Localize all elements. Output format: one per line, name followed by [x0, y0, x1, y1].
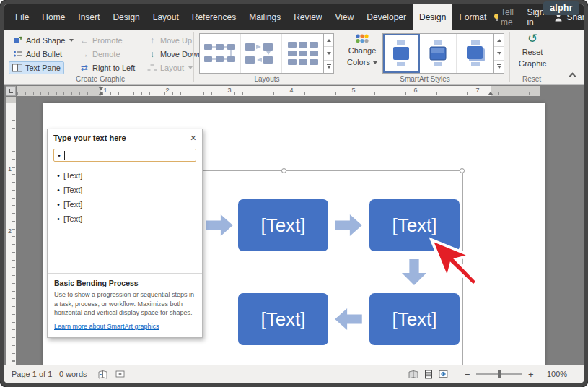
- macro-recording-icon[interactable]: [115, 365, 125, 383]
- style-preview-icon: [388, 38, 414, 69]
- horizontal-ruler[interactable]: 1 2 3 4 5 6 7: [17, 86, 540, 96]
- process-arrow-down[interactable]: [400, 259, 428, 285]
- tab-references[interactable]: References: [185, 4, 242, 30]
- tab-stop-selector[interactable]: [6, 86, 16, 96]
- process-arrow-left[interactable]: [335, 308, 362, 330]
- smartart-node[interactable]: [Text]: [369, 293, 460, 345]
- smartart-node[interactable]: [Text]: [238, 293, 328, 345]
- tab-layout[interactable]: Layout: [146, 4, 185, 30]
- word-count[interactable]: 0 words: [59, 365, 87, 383]
- add-shape-button[interactable]: Add Shape: [10, 34, 76, 47]
- style-thumbnail-3[interactable]: [457, 34, 493, 73]
- layout-description: Use to show a progression or sequential …: [54, 290, 196, 318]
- vertical-ruler[interactable]: 1 2: [6, 97, 16, 365]
- zoom-slider-thumb[interactable]: [498, 370, 501, 378]
- tab-home[interactable]: Home: [35, 4, 71, 30]
- proofing-status-icon[interactable]: [98, 365, 108, 383]
- selection-handle[interactable]: [460, 168, 465, 173]
- bullet-item[interactable]: • [Text]: [53, 169, 196, 182]
- print-layout-button[interactable]: [424, 365, 433, 383]
- promote-button[interactable]: ← Promote: [76, 34, 126, 47]
- web-layout-button[interactable]: [439, 365, 448, 383]
- tab-developer[interactable]: Developer: [360, 4, 413, 30]
- bullet-item[interactable]: • [Text]: [53, 198, 196, 211]
- gallery-scroll-down-button[interactable]: [494, 47, 504, 60]
- gallery-scroll-down-button[interactable]: [324, 47, 333, 60]
- bullet-icon: •: [53, 201, 63, 209]
- sign-in-link[interactable]: Sign in: [527, 7, 544, 27]
- change-colors-icon: [354, 32, 370, 44]
- scroll-down-icon: [327, 52, 331, 55]
- smartart-help-link[interactable]: Learn more about SmartArt graphics: [54, 323, 159, 330]
- text-pane-label: Text Pane: [25, 64, 61, 72]
- reset-graphic-button[interactable]: ↺ Reset Graphic: [514, 32, 551, 69]
- ruler-number: 7: [475, 87, 479, 94]
- style-thumbnail-1[interactable]: [383, 34, 420, 73]
- tab-review[interactable]: Review: [287, 4, 328, 30]
- layout-description-panel: Basic Bending Process Use to show a prog…: [48, 273, 202, 337]
- layout-thumbnail-3[interactable]: [282, 34, 323, 73]
- selection-handle[interactable]: [281, 168, 286, 173]
- gallery-more-button[interactable]: [324, 61, 333, 73]
- right-indent-marker[interactable]: [488, 92, 493, 95]
- change-colors-button[interactable]: Change Colors: [345, 32, 379, 67]
- ruler-number: 5: [351, 87, 355, 94]
- bullet-item[interactable]: • [Text]: [53, 183, 196, 196]
- first-line-indent-marker[interactable]: [98, 87, 104, 90]
- process-arrow-right[interactable]: [335, 214, 362, 236]
- tab-view[interactable]: View: [329, 4, 361, 30]
- text-pane-title: Type your text here: [53, 134, 126, 142]
- gallery-scroll-up-button[interactable]: [494, 34, 504, 47]
- promote-label: Promote: [92, 36, 123, 45]
- smartart-node[interactable]: [Text]: [238, 199, 328, 251]
- collapse-ribbon-icon[interactable]: [569, 73, 576, 80]
- move-up-button[interactable]: ↑ Move Up: [144, 34, 195, 47]
- process-arrow-right[interactable]: [206, 214, 233, 236]
- ruler-bar: 1 2 3 4 5 6 7: [4, 85, 584, 97]
- scroll-down-icon: [497, 52, 501, 55]
- group-separator: [509, 32, 510, 82]
- layout-thumbnail-2[interactable]: [241, 34, 282, 73]
- layout-button[interactable]: Layout: [144, 61, 196, 74]
- gallery-scroll-up-button[interactable]: [324, 34, 333, 47]
- add-bullet-button[interactable]: Add Bullet: [10, 48, 65, 61]
- ruler-number: 1: [8, 165, 12, 173]
- move-down-label: Move Down: [160, 50, 202, 58]
- tab-mailings[interactable]: Mailings: [242, 4, 287, 30]
- read-mode-button[interactable]: [408, 365, 418, 383]
- demote-button[interactable]: → Demote: [76, 48, 123, 61]
- bullet-item-active[interactable]: •: [53, 149, 196, 162]
- zoom-slider[interactable]: [476, 373, 522, 375]
- move-down-button[interactable]: ↓ Move Down: [144, 48, 205, 61]
- text-pane-button[interactable]: Text Pane: [9, 61, 64, 74]
- zoom-level[interactable]: 100%: [547, 365, 567, 383]
- layout-diagram-icon: [286, 39, 320, 68]
- close-icon[interactable]: ×: [190, 133, 196, 143]
- mouse-cursor: [429, 237, 481, 289]
- create-graphic-group-label: Create Graphic: [10, 75, 190, 83]
- gallery-more-button[interactable]: [494, 61, 504, 73]
- page-indicator[interactable]: Page 1 of 1: [12, 365, 52, 383]
- ruler-ticks: [17, 92, 540, 95]
- bullet-text: [Text]: [63, 214, 82, 223]
- tab-file[interactable]: File: [9, 4, 35, 30]
- ruler-number: 2: [8, 227, 12, 235]
- layout-thumbnail-1[interactable]: [200, 34, 241, 73]
- tab-design[interactable]: Design: [106, 4, 146, 30]
- zoom-in-button[interactable]: +: [528, 365, 534, 383]
- zoom-out-button[interactable]: −: [465, 365, 470, 383]
- tab-smartart-design[interactable]: Design: [413, 4, 452, 30]
- tell-me-box[interactable]: Tell me: [493, 7, 517, 27]
- node-text: [Text]: [392, 308, 436, 331]
- style-thumbnail-2[interactable]: [420, 34, 457, 73]
- tab-smartart-format[interactable]: Format: [452, 4, 493, 30]
- bullet-item[interactable]: • [Text]: [53, 212, 196, 225]
- tab-insert[interactable]: Insert: [71, 4, 106, 30]
- style-preview-icon: [425, 38, 451, 69]
- style-preview-icon: [462, 38, 488, 69]
- hanging-indent-marker[interactable]: [98, 92, 104, 95]
- move-down-icon: ↓: [147, 50, 157, 58]
- right-to-left-button[interactable]: ⇄ Right to Left: [76, 61, 138, 74]
- scroll-up-icon: [497, 39, 501, 42]
- layout-icon: [147, 64, 157, 72]
